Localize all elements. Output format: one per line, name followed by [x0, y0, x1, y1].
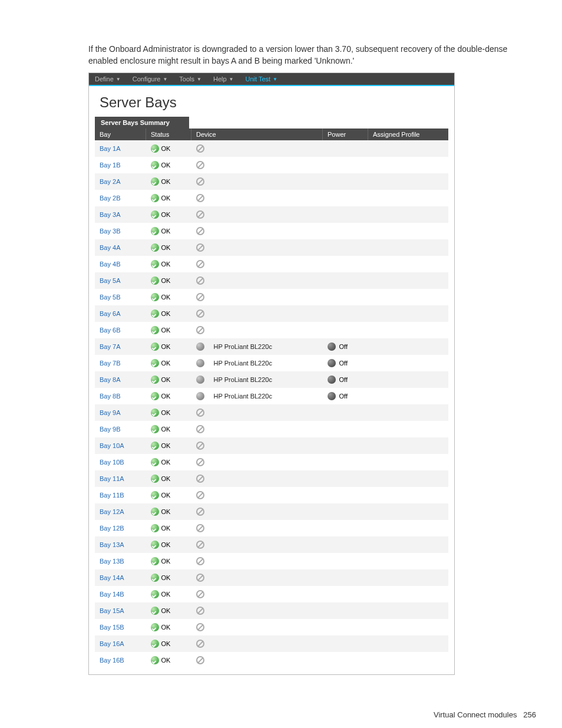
bay-link[interactable]: Bay 16A [100, 640, 124, 647]
table-row: Bay 4AOK [95, 239, 448, 256]
status-ok-icon [151, 442, 159, 450]
status-text: OK [161, 162, 171, 169]
table-row: Bay 9BOK [95, 421, 448, 437]
device-empty-icon [196, 425, 204, 433]
col-device[interactable]: Device [191, 129, 323, 140]
device-empty-icon [196, 524, 204, 532]
table-row: Bay 16AOK [95, 635, 448, 652]
menu-tools[interactable]: Tools▼ [179, 75, 201, 83]
status-text: OK [161, 541, 171, 548]
page-title: Server Bays [100, 94, 444, 111]
device-empty-icon [196, 177, 204, 186]
status-ok-icon [151, 177, 159, 186]
col-status[interactable]: Status [146, 129, 191, 140]
device-empty-icon [196, 210, 204, 219]
bay-link[interactable]: Bay 2B [100, 195, 120, 202]
status-ok-icon [151, 326, 159, 334]
table-row: Bay 6AOK [95, 305, 448, 322]
status-ok-icon [151, 491, 159, 499]
bay-link[interactable]: Bay 11A [100, 475, 124, 482]
menu-help[interactable]: Help▼ [213, 75, 234, 83]
server-bays-panel: Define▼Configure▼Tools▼Help▼Unit Test▼ S… [88, 73, 455, 675]
status-ok-icon [151, 409, 159, 417]
bay-link[interactable]: Bay 12B [100, 525, 124, 532]
device-empty-icon [196, 293, 204, 301]
power-off-icon [328, 375, 336, 384]
status-ok-icon [151, 656, 159, 664]
device-present-icon [196, 392, 204, 400]
bay-link[interactable]: Bay 7A [100, 343, 120, 350]
chevron-down-icon: ▼ [116, 77, 121, 82]
bay-link[interactable]: Bay 16B [100, 657, 124, 664]
menu-define[interactable]: Define▼ [95, 75, 121, 83]
device-name: HP ProLiant BL220c [214, 360, 272, 367]
table-row: Bay 1AOK [95, 140, 448, 157]
col-profile[interactable]: Assigned Profile [368, 129, 449, 140]
bay-link[interactable]: Bay 15B [100, 624, 124, 631]
bay-link[interactable]: Bay 10A [100, 442, 124, 449]
col-power[interactable]: Power [323, 129, 368, 140]
device-empty-icon [196, 557, 204, 565]
bay-link[interactable]: Bay 5A [100, 277, 120, 284]
menu-label: Tools [179, 75, 194, 83]
bay-link[interactable]: Bay 3A [100, 211, 120, 218]
status-ok-icon [151, 276, 159, 285]
menu-configure[interactable]: Configure▼ [133, 75, 168, 83]
bay-link[interactable]: Bay 10B [100, 459, 124, 466]
power-off-icon [328, 392, 336, 400]
bay-link[interactable]: Bay 8A [100, 376, 120, 383]
power-off-icon [328, 342, 336, 351]
table-row: Bay 6BOK [95, 322, 448, 338]
bay-link[interactable]: Bay 13A [100, 541, 124, 548]
status-text: OK [161, 508, 171, 515]
table-row: Bay 5BOK [95, 289, 448, 305]
status-text: OK [161, 178, 171, 185]
bay-link[interactable]: Bay 6A [100, 310, 120, 317]
status-ok-icon [151, 425, 159, 433]
bays-table: Bay Status Device Power Assigned Profile… [95, 129, 448, 668]
bay-link[interactable]: Bay 1B [100, 162, 120, 169]
bay-link[interactable]: Bay 1A [100, 145, 120, 152]
bay-link[interactable]: Bay 4A [100, 244, 120, 251]
power-off-icon [328, 359, 336, 367]
table-row: Bay 1BOK [95, 157, 448, 173]
bay-link[interactable]: Bay 11B [100, 492, 124, 499]
status-ok-icon [151, 293, 159, 301]
device-empty-icon [196, 194, 204, 202]
status-text: OK [161, 459, 171, 466]
chevron-down-icon: ▼ [163, 77, 167, 82]
table-row: Bay 13AOK [95, 536, 448, 553]
device-empty-icon [196, 623, 204, 631]
status-text: OK [161, 393, 171, 400]
bay-link[interactable]: Bay 14A [100, 574, 124, 581]
status-text: OK [161, 558, 171, 565]
bay-link[interactable]: Bay 5B [100, 294, 120, 301]
status-ok-icon [151, 227, 159, 235]
bay-link[interactable]: Bay 12A [100, 508, 124, 515]
summary-label: Server Bays Summary [95, 117, 189, 129]
bay-link[interactable]: Bay 9B [100, 426, 120, 433]
bay-link[interactable]: Bay 2A [100, 178, 120, 185]
bay-link[interactable]: Bay 15A [100, 607, 124, 614]
status-ok-icon [151, 375, 159, 384]
status-text: OK [161, 657, 171, 664]
bay-link[interactable]: Bay 14B [100, 591, 124, 598]
device-empty-icon [196, 442, 204, 450]
bay-link[interactable]: Bay 13B [100, 558, 124, 565]
bay-link[interactable]: Bay 9A [100, 409, 120, 416]
status-ok-icon [151, 574, 159, 582]
bay-link[interactable]: Bay 3B [100, 228, 120, 235]
device-empty-icon [196, 227, 204, 235]
status-ok-icon [151, 623, 159, 631]
table-row: Bay 10BOK [95, 454, 448, 470]
menu-unit-test[interactable]: Unit Test▼ [246, 75, 278, 83]
bay-link[interactable]: Bay 4B [100, 261, 120, 268]
status-ok-icon [151, 342, 159, 351]
col-bay[interactable]: Bay [95, 129, 146, 140]
status-text: OK [161, 525, 171, 532]
bay-link[interactable]: Bay 7B [100, 360, 120, 367]
bay-link[interactable]: Bay 6B [100, 327, 120, 334]
table-row: Bay 3AOK [95, 206, 448, 223]
status-text: OK [161, 244, 171, 251]
bay-link[interactable]: Bay 8B [100, 393, 120, 400]
